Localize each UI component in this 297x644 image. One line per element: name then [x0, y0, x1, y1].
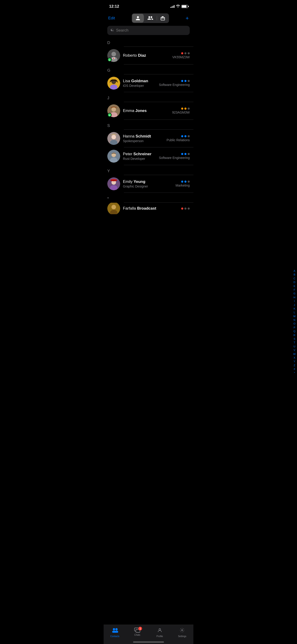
dot-1-broadcast [181, 208, 183, 210]
battery-icon [182, 5, 188, 8]
section-header-g: G [104, 64, 194, 74]
dot-1-diaz [181, 52, 183, 54]
contact-info-schreiner: Peter Schreiner Rust Developer [123, 152, 156, 160]
contact-item-farfalla-broadcast[interactable]: Farfalla Broadcast [104, 203, 194, 214]
contact-name-jones: Emma Jones [123, 108, 170, 113]
svg-point-12 [112, 135, 116, 139]
contact-dept-yeung: Marketing [176, 184, 190, 187]
contact-item-emma-jones[interactable]: Emma Jones 923AGM3W [104, 102, 194, 120]
contact-right-goldman: Software Engineering [159, 80, 190, 86]
svg-point-9 [112, 107, 116, 112]
dot-2-jones [184, 108, 186, 110]
dot-3-diaz [188, 52, 190, 54]
signal-bars-icon [170, 5, 174, 8]
contacts-view-button[interactable] [132, 14, 144, 22]
avatar-goldman [107, 77, 120, 90]
search-bar[interactable] [107, 26, 190, 35]
contact-right-diaz: VK55MZ3W [172, 52, 190, 59]
contact-right-schmidt: Public Relations [167, 135, 190, 142]
search-container [104, 26, 194, 37]
avatar-yeung [107, 177, 120, 190]
online-badge-diaz [108, 58, 112, 62]
contact-subtitle-goldman: iOS Developer [123, 84, 156, 88]
section-letter-g: G [107, 68, 110, 72]
section-letter-d: D [107, 40, 110, 45]
edit-button[interactable]: Edit [108, 16, 115, 20]
section-header-star: * [104, 193, 194, 202]
avatar-wrapper-goldman [107, 77, 120, 90]
status-dots-schreiner [181, 153, 190, 155]
contact-subtitle-yeung: Graphic Designer [123, 184, 173, 188]
section-header-d: D [104, 37, 194, 46]
dot-1-schreiner [181, 153, 183, 155]
status-bar: 12:12 [104, 0, 194, 12]
contact-name-goldman: Lisa Goldman [123, 79, 156, 84]
dot-2-schreiner [184, 153, 186, 155]
section-header-y: Y [104, 165, 194, 175]
svg-point-23 [112, 205, 116, 209]
section-header-j: J [104, 92, 194, 102]
contact-code-jones: 923AGM3W [172, 110, 190, 114]
contact-right-broadcast [181, 208, 190, 210]
dot-3-schreiner [188, 153, 190, 155]
status-dots-jones [181, 108, 190, 110]
contact-subtitle-schreiner: Rust Developer [123, 157, 156, 160]
briefcase-icon [160, 16, 165, 21]
svg-rect-20 [110, 180, 117, 181]
svg-point-1 [112, 52, 116, 56]
contact-dept-schmidt: Public Relations [167, 138, 190, 142]
briefcase-view-button[interactable] [157, 14, 168, 22]
contact-item-roberto-diaz[interactable]: Roberto Diaz VK55MZ3W [104, 47, 194, 64]
contact-name-diaz: Roberto Diaz [123, 53, 170, 58]
status-dots-broadcast [181, 208, 190, 210]
contact-item-lisa-goldman[interactable]: Lisa Goldman iOS Developer Software Engi… [104, 74, 194, 92]
dot-2-diaz [184, 52, 186, 54]
section-header-s: S [104, 120, 194, 130]
contact-dept-schreiner: Software Engineering [159, 156, 190, 160]
contact-info-jones: Emma Jones [123, 108, 170, 113]
dot-2-yeung [184, 180, 186, 183]
dot-1-goldman [181, 80, 183, 82]
dot-1-yeung [181, 180, 183, 183]
status-time: 12:12 [109, 4, 119, 9]
contact-info-diaz: Roberto Diaz [123, 53, 170, 58]
header: Edit + [104, 12, 194, 26]
dot-2-broadcast [184, 208, 186, 210]
dot-2-schmidt [184, 135, 186, 137]
avatar-wrapper-diaz [107, 49, 120, 62]
contact-right-schreiner: Software Engineering [159, 153, 190, 160]
contact-name-broadcast: Farfalla Broadcast [123, 206, 178, 211]
contact-code-diaz: VK55MZ3W [172, 55, 190, 59]
contact-right-jones: 923AGM3W [172, 108, 190, 114]
dot-3-yeung [188, 180, 190, 183]
dot-3-jones [188, 108, 190, 110]
contact-item-hanna-schmidt[interactable]: Hanna Schmidt Spokesperson Public Relati… [104, 130, 194, 147]
dot-1-schmidt [181, 135, 183, 137]
dot-3-schmidt [188, 135, 190, 137]
contact-dept-goldman: Software Engineering [159, 83, 190, 86]
avatar-wrapper-jones [107, 104, 120, 117]
status-dots-schmidt [181, 135, 190, 137]
add-contact-button[interactable]: + [186, 16, 189, 21]
section-letter-y: Y [107, 169, 110, 173]
avatar-schreiner [107, 150, 120, 162]
status-dots-goldman [181, 80, 190, 82]
search-icon [110, 28, 114, 33]
contacts-list: D Roberto Diaz [104, 37, 194, 237]
view-switcher [132, 13, 169, 23]
contact-right-yeung: Marketing [176, 180, 190, 187]
person-icon [136, 16, 140, 21]
contact-info-broadcast: Farfalla Broadcast [123, 206, 178, 211]
contact-item-peter-schreiner[interactable]: Peter Schreiner Rust Developer Software … [104, 148, 194, 165]
contact-item-emily-yeung[interactable]: Emily Yeung Graphic Designer Marketing [104, 175, 194, 192]
search-input[interactable] [116, 28, 186, 33]
contact-name-schmidt: Hanna Schmidt [123, 134, 164, 139]
group-icon [147, 16, 154, 21]
avatar-wrapper-schmidt [107, 132, 120, 145]
contact-info-goldman: Lisa Goldman iOS Developer [123, 79, 156, 88]
wifi-icon [176, 4, 180, 8]
section-letter-s: S [107, 124, 110, 128]
contact-subtitle-schmidt: Spokesperson [123, 139, 164, 143]
groups-view-button[interactable] [144, 14, 157, 22]
contact-name-schreiner: Peter Schreiner [123, 152, 156, 156]
